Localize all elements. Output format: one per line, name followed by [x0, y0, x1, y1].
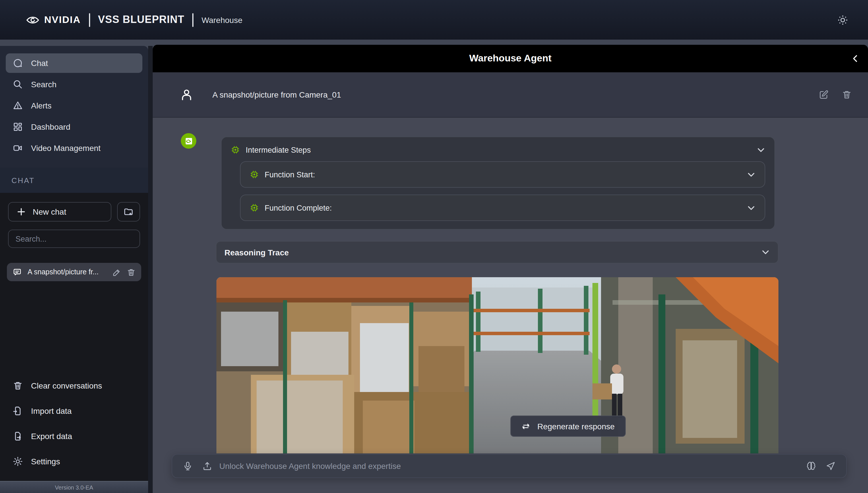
function-start-toggle[interactable]: Function Start: [240, 161, 765, 188]
brain-icon [806, 461, 816, 471]
chat-bubble-icon [13, 58, 23, 68]
user-message-text: A snapshot/picture from Camera_01 [212, 90, 816, 99]
plus-icon [17, 207, 26, 216]
chip-icon [231, 145, 240, 154]
chevron-down-icon [761, 248, 770, 257]
regenerate-icon [521, 422, 530, 431]
regenerate-label: Regenerate response [537, 422, 615, 431]
assistant-avatar [181, 133, 196, 149]
sidebar-item-alerts[interactable]: Alerts [6, 96, 142, 115]
gear-icon [13, 456, 23, 467]
send-icon [826, 461, 836, 471]
intermediate-steps-toggle[interactable]: Intermediate Steps [231, 145, 765, 154]
sidebar-item-search[interactable]: Search [6, 74, 142, 94]
chat-area: New chat A snapshot/picture fr... [0, 193, 148, 493]
chevron-down-icon [747, 170, 756, 179]
new-chat-button[interactable]: New chat [8, 202, 111, 221]
chevron-left-icon [851, 54, 860, 63]
utility-label: Settings [31, 457, 60, 466]
sidebar-item-dashboard[interactable]: Dashboard [6, 117, 142, 136]
divider [89, 13, 90, 27]
chat-header: Warehouse Agent [153, 45, 868, 72]
clear-conversations-button[interactable]: Clear conversations [0, 374, 148, 397]
knowledge-mode-button[interactable] [804, 458, 819, 473]
sidebar-main-divider [148, 46, 153, 493]
conversation-search-input[interactable] [8, 230, 140, 248]
sidebar-item-label: Dashboard [31, 122, 70, 131]
delete-message-button[interactable] [839, 87, 854, 102]
chip-icon [250, 203, 259, 212]
upload-button[interactable] [200, 458, 215, 473]
folder-plus-icon [123, 207, 134, 217]
pencil-icon [112, 268, 121, 276]
delete-conversation-button[interactable] [127, 268, 135, 276]
import-data-button[interactable]: Import data [0, 400, 148, 423]
file-export-icon [13, 431, 23, 441]
utility-label: Import data [31, 406, 72, 415]
app-name: Warehouse [202, 15, 242, 24]
chat-input-bar [172, 454, 847, 478]
function-start-label: Function Start: [264, 170, 741, 179]
version-label: Version 3.0-EA [55, 484, 93, 490]
function-complete-label: Function Complete: [264, 203, 741, 212]
sidebar-item-label: Alerts [31, 101, 52, 110]
export-data-button[interactable]: Export data [0, 425, 148, 448]
divider [192, 13, 193, 27]
utility-label: Clear conversations [31, 381, 102, 390]
search-icon [13, 79, 23, 89]
chat-lines-icon [13, 267, 22, 277]
dashboard-grid-icon [13, 122, 23, 132]
settings-button[interactable]: Settings [0, 450, 148, 473]
rename-conversation-button[interactable] [112, 268, 121, 276]
sidebar-item-chat[interactable]: Chat [6, 53, 142, 73]
function-complete-toggle[interactable]: Function Complete: [240, 195, 765, 221]
theme-toggle-button[interactable] [835, 12, 851, 28]
trash-icon [13, 381, 23, 391]
collapse-panel-button[interactable] [851, 45, 860, 72]
nvidia-eye-icon [26, 13, 40, 27]
upload-icon [202, 461, 212, 471]
file-import-icon [13, 406, 23, 416]
sidebar-nav: Chat Search Alerts Dashboard [0, 46, 148, 168]
sidebar: Chat Search Alerts Dashboard [0, 46, 148, 493]
reasoning-trace-toggle[interactable]: Reasoning Trace [216, 241, 779, 263]
microphone-icon [183, 461, 193, 471]
new-chat-label: New chat [33, 207, 66, 216]
intermediate-steps-panel: Intermediate Steps Function Start: [221, 136, 775, 230]
send-button[interactable] [823, 458, 838, 473]
trash-icon [842, 89, 852, 100]
chevron-down-icon [747, 203, 756, 212]
intermediate-steps-title: Intermediate Steps [246, 146, 751, 154]
chat-message-input[interactable] [219, 462, 799, 471]
top-bar: NVIDIA VSS BLUEPRINT Warehouse [0, 0, 868, 40]
vss-blueprint-app: NVIDIA VSS BLUEPRINT Warehouse [0, 0, 868, 493]
page-title: Warehouse Agent [469, 53, 552, 64]
user-icon [179, 87, 194, 102]
chat-section-header: CHAT [0, 168, 148, 193]
new-folder-button[interactable] [117, 202, 140, 221]
sidebar-utilities: Clear conversations Import data Export d… [0, 372, 148, 481]
nvidia-avatar-icon [184, 136, 193, 146]
microphone-button[interactable] [180, 458, 195, 473]
warehouse-scene [216, 277, 779, 453]
edit-square-icon [819, 89, 829, 100]
sidebar-item-label: Video Management [31, 144, 101, 153]
sidebar-item-label: Search [31, 80, 57, 89]
chip-icon [250, 170, 259, 179]
utility-label: Export data [31, 432, 72, 441]
sidebar-item-video-management[interactable]: Video Management [6, 138, 142, 158]
nvidia-logo: NVIDIA [26, 13, 81, 27]
brand-wordmark: NVIDIA [44, 14, 81, 25]
sidebar-item-label: Chat [31, 59, 48, 68]
version-footer: Version 3.0-EA [0, 481, 148, 493]
regenerate-response-button[interactable]: Regenerate response [510, 415, 626, 437]
main-panel: Warehouse Agent A snapshot/picture from … [153, 45, 868, 493]
video-camera-icon [13, 143, 23, 153]
chat-content: Intermediate Steps Function Start: [153, 117, 868, 493]
product-title: VSS BLUEPRINT [98, 14, 184, 26]
trash-icon [127, 268, 135, 276]
alert-triangle-icon [13, 101, 23, 111]
sun-icon [837, 14, 848, 25]
conversation-list-item[interactable]: A snapshot/picture fr... [7, 263, 141, 281]
edit-message-button[interactable] [816, 87, 831, 102]
